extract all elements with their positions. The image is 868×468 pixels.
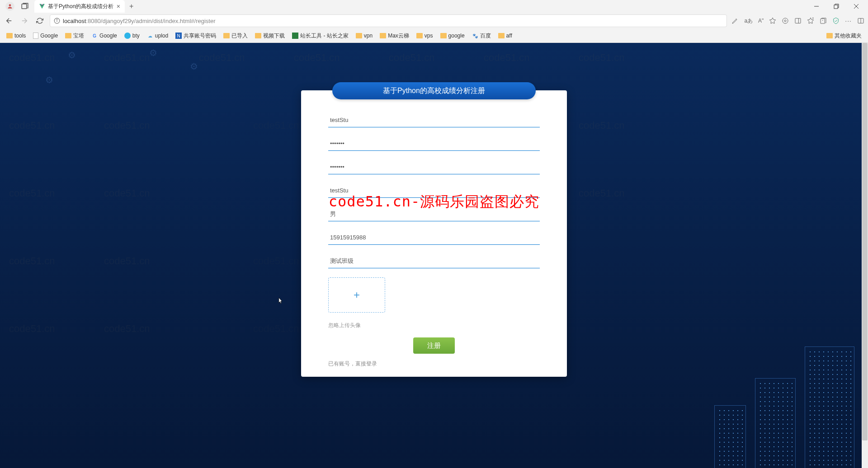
scrollbar-track[interactable] [862, 43, 868, 468]
bookmark-vps[interactable]: vps [414, 32, 436, 40]
username-input[interactable] [328, 113, 540, 127]
svg-point-8 [57, 19, 57, 20]
bookmark-aff[interactable]: aff [495, 32, 515, 40]
form-header: 基于Python的高校成绩分析注册 [332, 82, 536, 99]
watermark: code51.cn [253, 255, 299, 267]
bookmark-overflow[interactable]: 其他收藏夹 [824, 31, 864, 41]
refresh-button[interactable] [34, 17, 45, 24]
svg-point-0 [9, 4, 11, 6]
favorite-icon[interactable] [769, 17, 776, 24]
url-host: localhost [63, 18, 86, 24]
bookmark-share[interactable]: N共享账号密码 [173, 31, 219, 41]
minimize-button[interactable] [807, 0, 826, 13]
watermark: code51.cn [9, 187, 55, 199]
translate-icon[interactable]: aあ [744, 17, 753, 25]
watermark: code51.cn [104, 323, 150, 335]
bookmark-google-folder[interactable]: google [438, 32, 467, 40]
watermark: code51.cn [104, 187, 150, 199]
tab-close-icon[interactable]: × [117, 3, 120, 10]
address-bar-row: localhost:8080/djangoyf29y/admin/dist/in… [0, 13, 868, 29]
favorites-icon[interactable] [807, 17, 814, 24]
watermark: code51.cn [9, 323, 55, 335]
svg-rect-11 [795, 19, 801, 23]
watermark: code51.cn [9, 120, 55, 131]
watermark: code51.cn [579, 187, 625, 199]
svg-rect-15 [821, 19, 825, 23]
bookmark-google2[interactable]: GGoogle [89, 32, 120, 40]
extensions-icon[interactable] [782, 17, 789, 24]
tab-title: 基于Python的高校成绩分析 [48, 3, 114, 10]
bookmark-import[interactable]: 已导入 [221, 31, 250, 41]
titlebar: 基于Python的高校成绩分析 × + [0, 0, 868, 13]
gear-decor-icon: ⚙ [45, 75, 53, 85]
watermark: code51.cn [104, 255, 150, 267]
sidebar-icon[interactable] [794, 17, 802, 24]
scrollbar-thumb[interactable] [862, 43, 868, 440]
page-content: code51.cn code51.cn code51.cn code51.cn … [0, 43, 868, 468]
maximize-button[interactable] [826, 0, 846, 13]
class-input[interactable] [328, 254, 540, 268]
url-path: /djangoyf29y/admin/dist/index.html#/regi… [101, 18, 216, 24]
register-card: 基于Python的高校成绩分析注册 + 忽略上传头像 注册 已有账号，直接登录 [301, 90, 567, 377]
readaloud-icon[interactable]: A" [758, 18, 764, 24]
bookmark-video[interactable]: 视频下载 [252, 31, 288, 41]
window-controls [807, 0, 866, 13]
password-confirm-input[interactable] [328, 160, 540, 174]
plus-icon: + [354, 289, 360, 301]
bookmark-vpn[interactable]: vpn [353, 32, 375, 40]
gear-decor-icon: ⚙ [68, 50, 76, 61]
collections-icon[interactable] [820, 17, 827, 24]
split-icon[interactable] [857, 17, 864, 24]
name-input[interactable] [328, 183, 540, 198]
pen-icon[interactable] [731, 17, 739, 24]
watermark: code51.cn [389, 52, 435, 64]
gender-input[interactable] [328, 207, 540, 221]
back-button[interactable] [4, 17, 14, 25]
bookmark-baota[interactable]: 宝塔 [62, 31, 87, 41]
tabs-icon[interactable] [21, 2, 29, 10]
upload-hint: 忽略上传头像 [328, 322, 540, 329]
login-link[interactable]: 已有账号，直接登录 [328, 360, 540, 368]
url-port: :8080 [86, 18, 101, 24]
browser-chrome: 基于Python的高校成绩分析 × + localhost:8080/djang… [0, 0, 868, 43]
address-bar[interactable]: localhost:8080/djangoyf29y/admin/dist/in… [50, 14, 727, 27]
watermark: code51.cn [199, 52, 245, 64]
browser-tab[interactable]: 基于Python的高校成绩分析 × [34, 0, 125, 13]
phone-input[interactable] [328, 230, 540, 245]
bookmark-maxcloud[interactable]: Max云梯 [377, 31, 412, 41]
watermark: code51.cn [579, 52, 625, 64]
bookmarks-bar: tools Google 宝塔 GGoogle bty ☁uplod N共享账号… [0, 29, 868, 42]
watermark: code51.cn [104, 52, 150, 64]
watermark: code51.cn [9, 52, 55, 64]
password-input[interactable] [328, 136, 540, 151]
svg-point-9 [783, 18, 788, 23]
security-icon[interactable] [832, 17, 840, 24]
more-icon[interactable]: ··· [845, 17, 852, 24]
forward-button [19, 17, 30, 25]
close-window-button[interactable] [846, 0, 866, 13]
cursor-icon [277, 297, 284, 306]
site-info-icon[interactable] [54, 18, 60, 24]
watermark: code51.cn [294, 52, 340, 64]
avatar-upload[interactable]: + [328, 277, 385, 313]
bookmark-baidu[interactable]: 🐾百度 [469, 31, 494, 41]
new-tab-button[interactable]: + [129, 2, 133, 10]
city-decor [701, 324, 859, 468]
watermark: code51.cn [579, 120, 625, 131]
watermark: code51.cn [9, 255, 55, 267]
svg-rect-3 [834, 5, 838, 9]
profile-icon[interactable] [5, 2, 14, 11]
bookmark-tools[interactable]: tools [4, 32, 28, 40]
bookmark-bty[interactable]: bty [122, 32, 142, 40]
watermark: code51.cn [484, 52, 530, 64]
bookmark-uplod[interactable]: ☁uplod [144, 32, 171, 40]
watermark: code51.cn [253, 120, 299, 131]
bookmark-google[interactable]: Google [30, 32, 61, 40]
gear-decor-icon: ⚙ [149, 47, 157, 58]
vue-favicon-icon [39, 3, 45, 9]
svg-rect-1 [22, 4, 27, 9]
bookmark-chinaz[interactable]: 站长工具 - 站长之家 [289, 31, 351, 41]
register-button[interactable]: 注册 [413, 337, 455, 354]
toolbar-actions: aあ A" ··· [731, 17, 864, 25]
watermark: code51.cn [253, 323, 299, 335]
